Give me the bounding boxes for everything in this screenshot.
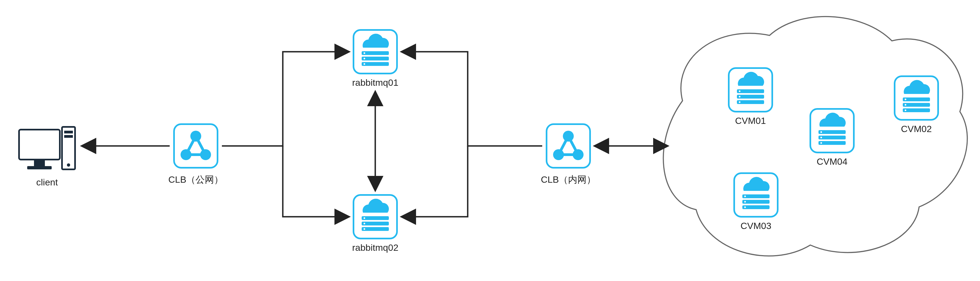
node-clb-private-label: CLB（内网） <box>541 174 596 185</box>
node-cvm01: CVM01 <box>729 68 772 126</box>
node-cvm02: CVM02 <box>895 76 938 134</box>
edge-rabbitmq01-to-clbpublic <box>222 52 349 146</box>
node-clb-private: CLB（内网） <box>541 124 596 185</box>
vm-icon <box>729 68 772 112</box>
node-rabbitmq02: rabbitmq02 <box>352 195 398 253</box>
node-cvm03: CVM03 <box>734 173 778 231</box>
lb-icon <box>547 124 590 168</box>
node-rabbitmq01: rabbitmq01 <box>352 30 398 88</box>
node-cvm02-label: CVM02 <box>901 124 932 134</box>
node-cvm03-label: CVM03 <box>740 220 771 231</box>
node-clb-public-label: CLB（公网） <box>168 174 223 185</box>
vm-icon <box>353 195 397 238</box>
vm-icon <box>895 76 938 120</box>
node-rabbitmq02-label: rabbitmq02 <box>352 242 398 253</box>
edge-clbprivate-to-rabbitmq01 <box>401 52 542 146</box>
edge-clbprivate-to-rabbitmq02 <box>401 146 468 217</box>
vm-icon <box>353 30 397 73</box>
pc-icon <box>19 127 75 169</box>
lb-icon <box>174 124 218 168</box>
node-client-label: client <box>36 177 58 187</box>
vm-icon <box>734 173 778 217</box>
node-clb-public: CLB（公网） <box>168 124 223 185</box>
node-client: client <box>19 127 75 187</box>
vm-icon <box>810 109 854 152</box>
node-cvm01-label: CVM01 <box>735 115 766 126</box>
node-cvm04-label: CVM04 <box>816 156 847 167</box>
architecture-diagram: client CLB（公网） rabbitmq01 rabbitmq02 CLB… <box>0 0 980 281</box>
node-cvm04: CVM04 <box>810 109 854 167</box>
edge-rabbitmq02-to-clbpublic <box>283 146 349 217</box>
node-rabbitmq01-label: rabbitmq01 <box>352 77 398 88</box>
